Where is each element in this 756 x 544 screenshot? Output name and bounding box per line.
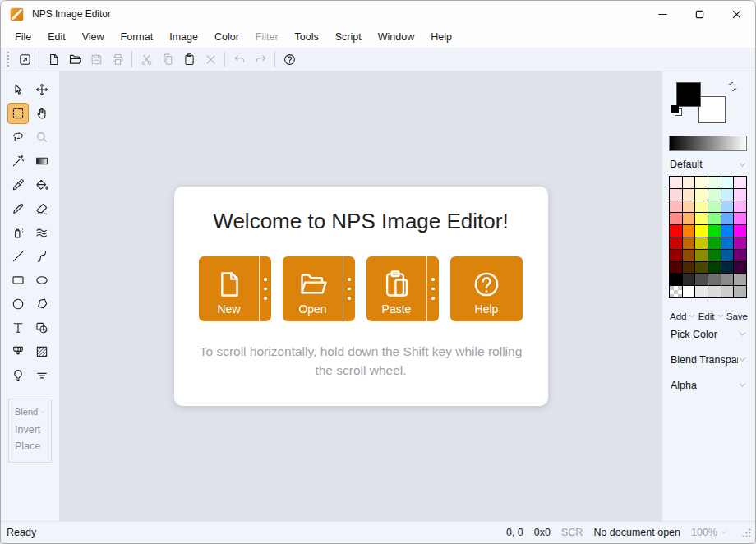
tool-feather-lines[interactable]	[31, 365, 53, 386]
color-swatch-r8c6[interactable]	[734, 262, 746, 274]
menu-color[interactable]: Color	[206, 27, 247, 48]
color-swatch-r4c4[interactable]	[708, 213, 721, 224]
menu-help[interactable]: Help	[422, 27, 460, 48]
color-swatch-r10c1[interactable]	[670, 286, 682, 297]
tool-pencil[interactable]	[7, 198, 29, 219]
tool-rect-select[interactable]	[7, 103, 29, 124]
color-swatch-r3c1[interactable]	[670, 201, 682, 213]
color-swatch-r1c5[interactable]	[721, 177, 734, 188]
color-swatch-r8c5[interactable]	[721, 262, 734, 274]
color-swatch-r1c1[interactable]	[670, 177, 682, 188]
color-swatch-r2c1[interactable]	[670, 189, 682, 201]
section-blend-transparent[interactable]: Blend Transparent	[669, 347, 748, 372]
welcome-new-main[interactable]: New	[199, 256, 259, 321]
color-swatch-r6c6[interactable]	[734, 237, 746, 249]
color-swatch-r1c3[interactable]	[695, 177, 708, 188]
color-swatch-r4c2[interactable]	[683, 213, 695, 224]
color-swatch-r2c2[interactable]	[683, 189, 695, 201]
menu-file[interactable]: File	[7, 27, 39, 48]
color-swatch-r7c2[interactable]	[683, 250, 695, 261]
tool-fill-bucket[interactable]	[31, 174, 53, 196]
color-swatch-r4c5[interactable]	[721, 213, 734, 224]
tool-pattern-fill[interactable]	[31, 341, 53, 362]
welcome-paste-options[interactable]	[426, 256, 439, 321]
canvas-area[interactable]: Welcome to NPS Image Editor! NewOpenPast…	[60, 71, 662, 521]
menu-view[interactable]: View	[74, 27, 113, 48]
color-swatch-r1c2[interactable]	[683, 177, 695, 188]
color-swatch-r7c1[interactable]	[670, 250, 682, 261]
maximize-button[interactable]	[681, 1, 718, 27]
palette-add-button[interactable]: Add	[670, 311, 686, 321]
color-swatch-r4c1[interactable]	[670, 213, 682, 224]
color-swatch-r10c2[interactable]	[683, 286, 695, 297]
welcome-open-main[interactable]: Open	[283, 256, 343, 321]
color-swatch-r2c5[interactable]	[721, 189, 734, 201]
close-button[interactable]	[718, 1, 755, 27]
tool-rectangle[interactable]	[7, 270, 29, 291]
menu-tools[interactable]: Tools	[287, 27, 327, 48]
open-button[interactable]	[64, 49, 85, 70]
color-swatch-r10c3[interactable]	[695, 286, 708, 297]
tool-airbrush[interactable]	[7, 222, 29, 243]
color-swatch-r7c5[interactable]	[721, 250, 734, 261]
tool-text[interactable]	[7, 317, 29, 339]
color-swatch-r10c6[interactable]	[734, 286, 746, 297]
welcome-paste-main[interactable]: Paste	[366, 256, 426, 321]
tool-lightbulb[interactable]	[7, 365, 29, 386]
tool-eraser[interactable]	[31, 198, 53, 219]
tool-magic-wand[interactable]	[7, 150, 29, 172]
reset-colors-icon[interactable]	[671, 105, 683, 117]
gradient-preview-bar[interactable]	[669, 136, 747, 151]
tool-gradient[interactable]	[31, 150, 53, 172]
screen-capture-button[interactable]	[14, 49, 35, 70]
tool-line[interactable]	[7, 246, 29, 267]
color-swatch-r8c4[interactable]	[708, 262, 721, 274]
swap-colors-icon[interactable]	[726, 81, 739, 93]
color-swatch-r1c6[interactable]	[734, 177, 746, 188]
foreground-color-swatch[interactable]	[676, 82, 701, 107]
color-swatch-r5c5[interactable]	[721, 225, 734, 237]
color-swatch-r6c2[interactable]	[683, 237, 695, 249]
toolbar-grip[interactable]	[6, 51, 10, 67]
color-swatch-r7c4[interactable]	[708, 250, 721, 261]
zoom-control[interactable]: 100%	[691, 527, 727, 538]
help-button[interactable]	[279, 49, 300, 70]
welcome-help-button[interactable]: Help	[450, 256, 523, 321]
blend-dropdown[interactable]: Blend	[14, 405, 46, 422]
color-swatch-r7c3[interactable]	[695, 250, 708, 261]
resize-grip[interactable]	[741, 528, 752, 538]
color-swatch-r7c6[interactable]	[734, 250, 746, 261]
color-swatch-r9c6[interactable]	[734, 274, 746, 285]
tool-lasso[interactable]	[7, 127, 29, 148]
tool-color-picker[interactable]	[7, 174, 29, 196]
color-swatch-r3c4[interactable]	[708, 201, 721, 213]
color-swatch-r6c5[interactable]	[721, 237, 734, 249]
palette-edit-button[interactable]: Edit	[698, 311, 715, 321]
menu-image[interactable]: Image	[161, 27, 206, 48]
color-swatch-r6c1[interactable]	[670, 237, 682, 249]
welcome-open-button[interactable]: Open	[283, 256, 355, 321]
color-swatch-r5c2[interactable]	[683, 225, 695, 237]
invert-option[interactable]: Invert	[14, 422, 46, 438]
color-swatch-r9c1[interactable]	[670, 274, 682, 285]
color-swatch-r3c3[interactable]	[695, 201, 708, 213]
color-swatch-r4c6[interactable]	[734, 213, 746, 224]
tool-circle[interactable]	[7, 293, 29, 315]
tool-select-pointer[interactable]	[7, 79, 29, 100]
menu-edit[interactable]: Edit	[39, 27, 74, 48]
color-swatch-r9c4[interactable]	[708, 274, 721, 285]
color-swatch-r10c5[interactable]	[721, 286, 734, 297]
color-swatch-r8c3[interactable]	[695, 262, 708, 274]
tool-curve[interactable]	[31, 246, 53, 267]
color-swatch-r4c3[interactable]	[695, 213, 708, 224]
color-swatch-r6c4[interactable]	[708, 237, 721, 249]
tool-move[interactable]	[31, 79, 53, 100]
welcome-paste-button[interactable]: Paste	[366, 256, 439, 321]
color-swatch-r5c4[interactable]	[708, 225, 721, 237]
color-swatch-r1c4[interactable]	[708, 177, 721, 188]
section-pick-color[interactable]: Pick Color	[669, 321, 748, 347]
palette-save-button[interactable]: Save	[726, 311, 748, 321]
color-swatch-r3c6[interactable]	[734, 201, 746, 213]
tool-brush[interactable]	[7, 341, 29, 362]
welcome-new-button[interactable]: New	[199, 256, 271, 321]
